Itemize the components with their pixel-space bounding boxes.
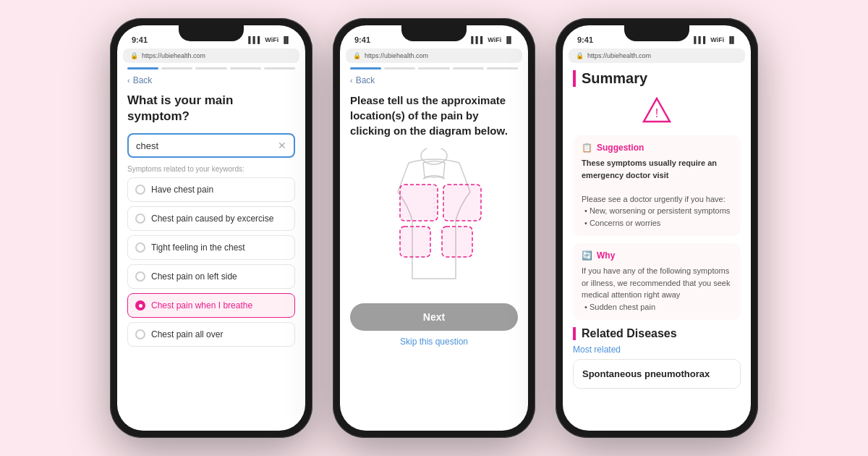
back-label-1: Back [133,75,153,85]
option-label-3: Tight feeling in the chest [151,242,245,253]
suggestion-bold: These symptoms usually require an emerge… [582,159,717,180]
skip-link[interactable]: Skip this question [350,337,518,347]
back-label-2: Back [356,75,375,85]
symptom-option-2[interactable]: Chest pain caused by excercise [127,206,295,231]
battery-icon-2: ▐▌ [504,36,514,43]
why-header: 🔄 Why [582,250,732,261]
suggestion-header: 📋 Suggestion [582,143,732,153]
summary-title: Summary [582,70,647,87]
lock-icon-3: 🔒 [576,52,584,59]
radio-6 [135,329,145,339]
phone-1: 9:41 ▌▌▌ WiFi ▐▌ 🔒 https://ubiehealth.co… [110,18,312,438]
radio-5 [135,300,145,311]
radio-1 [135,185,145,195]
wifi-icon-2: WiFi [488,36,501,43]
option-label-1: Have chest pain [151,185,213,195]
status-icons-1: ▌▌▌ WiFi ▐▌ [248,36,291,43]
svg-rect-1 [400,185,438,221]
why-description: If you have any of the following symptom… [582,266,730,299]
progress-seg-5 [264,67,295,69]
url-2: https://ubiehealth.com [365,52,428,59]
why-list: Sudden chest pain [582,301,732,313]
related-header: Related Diseases [573,327,741,340]
notch-3 [624,25,689,41]
phone-2-content: ‹ Back Please tell us the approximate lo… [340,75,528,431]
why-text: If you have any of the following symptom… [582,265,732,313]
battery-icon: ▐▌ [281,36,291,43]
symptom-option-6[interactable]: Chest pain all over [127,322,295,347]
option-label-2: Chest pain caused by excercise [151,214,273,224]
signal-icon-3: ▌▌▌ [694,36,707,43]
wifi-icon-3: WiFi [710,36,724,43]
progress-seg-2-2 [384,67,415,69]
summary-scroll[interactable]: Summary ! 📋 Suggestion [573,70,741,431]
suggestion-list: New, worsening or persistent symptoms Co… [582,205,732,229]
why-card: 🔄 Why If you have any of the following s… [573,243,741,320]
svg-rect-4 [400,227,430,257]
body-diagram[interactable] [350,148,518,293]
url-1: https://ubiehealth.com [142,52,205,59]
progress-seg-3 [195,67,226,69]
time-3: 9:41 [577,35,593,44]
disease-card[interactable]: Spontaneous pneumothorax [573,359,741,389]
screen-title-1: What is your main symptom? [127,93,295,124]
progress-seg-2-4 [453,67,484,69]
why-title: Why [597,250,615,261]
suggestion-item-2: Concerns or worries [584,217,732,229]
url-3: https://ubiehealth.com [587,52,651,59]
back-chevron-2: ‹ [350,76,353,85]
notch-2 [401,25,467,41]
radio-2 [135,214,145,224]
summary-header: Summary [573,70,741,87]
lock-icon-1: 🔒 [130,52,138,59]
progress-seg-2 [161,67,192,69]
next-button[interactable]: Next [350,303,518,331]
radio-dot-5 [139,304,142,308]
symptom-option-1[interactable]: Have chest pain [127,177,295,202]
option-label-6: Chest pain all over [151,329,223,339]
status-icons-2: ▌▌▌ WiFi ▐▌ [471,36,514,43]
symptom-option-4[interactable]: Chest pain on left side [127,264,295,289]
suggestion-sub: Please see a doctor urgently if you have… [582,195,726,203]
phone-3-content: Summary ! 📋 Suggestion [563,67,751,431]
battery-icon-3: ▐▌ [727,36,736,43]
search-box[interactable]: ✕ [127,133,295,158]
svg-rect-5 [442,227,472,257]
symptom-option-5[interactable]: Chest pain when I breathe [127,293,295,318]
disease-name: Spontaneous pneumothorax [582,368,710,379]
notch-1 [179,25,244,41]
symptom-option-3[interactable]: Tight feeling in the chest [127,235,295,260]
radio-3 [135,242,145,253]
phones-container: 9:41 ▌▌▌ WiFi ▐▌ 🔒 https://ubiehealth.co… [0,0,868,456]
option-label-4: Chest pain on left side [151,271,237,282]
lock-icon-2: 🔒 [353,52,361,59]
svg-rect-2 [443,185,481,221]
why-icon: 🔄 [582,250,592,261]
back-button-2[interactable]: ‹ Back [350,75,518,85]
suggestion-icon: 📋 [582,143,592,153]
progress-seg-2-1 [350,67,381,69]
back-chevron-1: ‹ [127,76,130,85]
signal-icon: ▌▌▌ [248,36,262,43]
browser-bar-3: 🔒 https://ubiehealth.com [569,48,745,63]
progress-seg-2-5 [487,67,518,69]
back-button-1[interactable]: ‹ Back [127,75,295,85]
suggestion-title: Suggestion [597,143,644,153]
search-input[interactable] [136,140,278,151]
progress-bar-1 [117,67,305,75]
most-related-label: Most related [573,345,741,355]
wifi-icon: WiFi [265,36,278,43]
progress-seg-1 [127,67,158,69]
related-title: Related Diseases [582,327,677,340]
radio-4 [135,271,145,282]
why-item-1: Sudden chest pain [584,301,732,313]
progress-seg-4 [230,67,261,69]
suggestion-text: These symptoms usually require an emerge… [582,157,732,229]
search-clear-icon[interactable]: ✕ [278,140,286,151]
time-2: 9:41 [354,35,370,44]
phone-3: 9:41 ▌▌▌ WiFi ▐▌ 🔒 https://ubiehealth.co… [556,18,758,438]
browser-bar-2: 🔒 https://ubiehealth.com [346,48,522,63]
progress-bar-2 [340,67,528,75]
svg-point-0 [421,148,447,164]
svg-text:!: ! [655,107,658,119]
